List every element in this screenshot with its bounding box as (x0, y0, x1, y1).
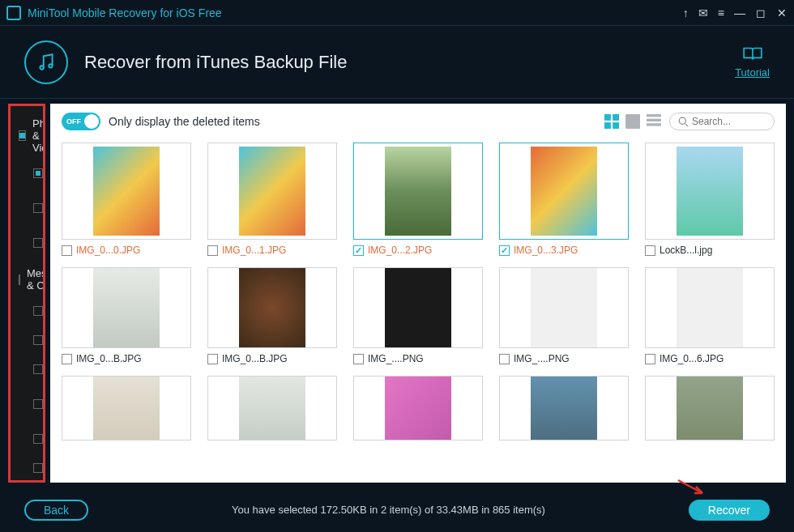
thumbnail[interactable] (645, 267, 775, 348)
grid-view-icon[interactable] (604, 114, 619, 129)
maximize-button[interactable]: ◻ (755, 7, 766, 19)
thumbnail-grid: IMG_0...0.JPG IMG_0...1.JPG IMG_0...2.JP… (50, 139, 786, 483)
thumb-checkbox[interactable] (499, 245, 510, 256)
sidebar-item-1-3[interactable]: Call History (0/11) (11, 384, 43, 424)
thumb-cell-0-2[interactable]: IMG_0...2.JPG (353, 143, 483, 256)
recover-button[interactable]: Recover (689, 500, 770, 521)
thumbnail[interactable] (645, 143, 775, 240)
sidebar-item-0-1[interactable]: App Photos (0/121) (11, 188, 43, 228)
thumb-caption: IMG_0...0.JPG (62, 245, 191, 256)
thumb-checkbox[interactable] (645, 354, 655, 364)
item-checkbox[interactable] (33, 434, 43, 444)
app-logo (6, 6, 21, 20)
search-box[interactable] (669, 113, 775, 130)
thumb-filename: IMG_0...1.JPG (222, 245, 286, 256)
thumbnail[interactable] (207, 267, 337, 348)
item-checkbox[interactable] (33, 203, 43, 213)
thumb-cell-0-1[interactable]: IMG_0...1.JPG (207, 143, 337, 256)
thumbnail[interactable] (62, 267, 191, 348)
tutorial-link[interactable]: Tutorial (735, 45, 770, 79)
menu-icon[interactable]: ≡ (718, 6, 724, 19)
thumb-cell-0-0[interactable]: IMG_0...0.JPG (62, 143, 191, 256)
thumbnail[interactable] (353, 143, 483, 240)
thumb-cell-2-4[interactable] (645, 376, 775, 440)
thumb-cell-1-4[interactable]: IMG_0...6.JPG (645, 267, 775, 364)
thumbnail[interactable] (645, 376, 775, 440)
sidebar-item-0-0[interactable]: Photos (4/47) (11, 159, 43, 188)
page-title: Recover from iTunes Backup File (84, 52, 735, 73)
thumbnail[interactable] (499, 376, 629, 440)
item-checkbox[interactable] (33, 306, 43, 316)
view-switcher (604, 114, 661, 129)
thumb-filename: LockB...l.jpg (660, 245, 712, 256)
only-deleted-label: Only display the deleted items (109, 115, 596, 128)
sidebar-item-1-1[interactable]: Messages Att (0/0) (11, 326, 43, 355)
thumbnail[interactable] (62, 143, 191, 240)
close-button[interactable]: ✕ (776, 7, 788, 19)
thumb-checkbox[interactable] (207, 245, 218, 256)
back-button[interactable]: Back (24, 500, 88, 521)
sidebar-item-1-4[interactable]: WhatsApp (0/0) (11, 424, 43, 453)
thumb-caption: IMG_....PNG (353, 353, 483, 364)
thumb-checkbox[interactable] (207, 354, 218, 364)
toggle-label: OFF (66, 117, 81, 126)
svg-point-1 (49, 64, 52, 67)
item-checkbox[interactable] (33, 364, 43, 374)
thumb-checkbox[interactable] (353, 245, 364, 256)
header: Recover from iTunes Backup File Tutorial (0, 26, 794, 99)
thumb-cell-0-4[interactable]: LockB...l.jpg (645, 143, 775, 256)
svg-rect-4 (604, 122, 611, 129)
calendar-view-icon[interactable] (625, 114, 640, 129)
thumb-checkbox[interactable] (499, 354, 510, 364)
minimize-button[interactable]: — (734, 7, 745, 19)
sidebar-item-1-5[interactable]: WhatsApp Att (0/0) (11, 453, 43, 483)
thumbnail[interactable] (499, 143, 629, 240)
thumb-filename: IMG_0...B.JPG (76, 353, 142, 364)
thumb-checkbox[interactable] (62, 245, 72, 256)
thumb-cell-1-1[interactable]: IMG_0...B.JPG (207, 267, 337, 364)
svg-rect-8 (647, 119, 661, 121)
sidebar-item-1-0[interactable]: Messages (0/0) (11, 296, 43, 326)
thumbnail[interactable] (499, 267, 629, 348)
item-checkbox[interactable] (33, 335, 43, 345)
thumb-cell-2-2[interactable] (353, 376, 483, 440)
svg-rect-2 (604, 114, 611, 121)
thumb-cell-1-0[interactable]: IMG_0...B.JPG (62, 267, 191, 364)
search-input[interactable] (692, 116, 765, 127)
thumbnail[interactable] (207, 143, 337, 240)
sidebar-item-1-2[interactable]: Contacts (111/193) (11, 355, 43, 384)
thumbnail[interactable] (353, 267, 483, 348)
upload-icon[interactable]: ↑ (683, 6, 689, 19)
thumb-cell-0-3[interactable]: IMG_0...3.JPG (499, 143, 629, 256)
thumbnail[interactable] (207, 376, 337, 440)
thumb-checkbox[interactable] (645, 245, 655, 256)
thumb-caption: IMG_....PNG (499, 353, 629, 364)
item-checkbox[interactable] (33, 463, 43, 473)
thumbnail[interactable] (353, 376, 483, 440)
only-deleted-toggle[interactable]: OFF (62, 113, 100, 130)
item-checkbox[interactable] (33, 399, 43, 409)
list-view-icon[interactable] (647, 114, 661, 129)
thumb-checkbox[interactable] (353, 354, 364, 364)
group-checkbox[interactable] (19, 130, 26, 141)
thumb-caption: IMG_0...B.JPG (207, 353, 337, 364)
toggle-knob (84, 114, 99, 129)
status-text: You have selected 172.50KB in 2 item(s) … (88, 504, 689, 516)
thumb-checkbox[interactable] (62, 354, 72, 364)
thumb-caption: IMG_0...3.JPG (499, 245, 629, 256)
thumb-cell-2-0[interactable] (62, 376, 191, 440)
item-checkbox[interactable] (33, 168, 43, 178)
mail-icon[interactable]: ✉ (698, 6, 708, 19)
thumb-cell-2-3[interactable] (499, 376, 629, 440)
group-label: Messages & Call log (27, 267, 45, 292)
group-checkbox[interactable] (19, 275, 20, 285)
item-checkbox[interactable] (33, 238, 43, 248)
thumb-cell-1-3[interactable]: IMG_....PNG (499, 267, 629, 364)
thumb-caption: LockB...l.jpg (645, 245, 775, 256)
thumb-cell-2-1[interactable] (207, 376, 337, 440)
sidebar-group-1[interactable]: Messages & Call log (11, 262, 43, 296)
thumbnail[interactable] (62, 376, 191, 440)
sidebar-item-0-2[interactable]: Videos (0/0) (11, 228, 43, 257)
thumb-cell-1-2[interactable]: IMG_....PNG (353, 267, 483, 364)
sidebar-group-0[interactable]: Photos & Videos (11, 113, 43, 159)
